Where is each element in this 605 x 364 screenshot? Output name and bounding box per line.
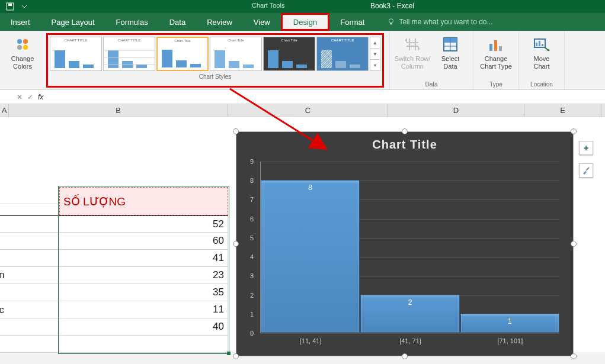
embedded-chart[interactable]: Chart Title 01234567898[11, 41]2[41, 71]… — [236, 131, 574, 356]
chart-resize-handle[interactable] — [571, 353, 577, 359]
cell-b-row1[interactable]: 52 — [59, 215, 228, 233]
cell-b-row2[interactable]: 60 — [59, 233, 228, 250]
tab-data[interactable]: Data — [159, 13, 196, 31]
y-tick-label: 9 — [250, 158, 254, 165]
cell-b-row8[interactable] — [59, 336, 228, 353]
formula-input[interactable] — [48, 91, 605, 103]
gallery-scroll-down-icon[interactable]: ▼ — [370, 49, 380, 60]
cell-a-row7[interactable]: t ba rọi — [0, 318, 59, 336]
move-chart-icon — [533, 36, 550, 53]
tab-view[interactable]: View — [243, 13, 281, 31]
tab-insert[interactable]: Insert — [0, 13, 41, 31]
contextual-tab-group-label: Chart Tools — [252, 2, 284, 9]
svg-rect-25 — [296, 65, 307, 68]
fx-icon[interactable]: fx — [38, 93, 43, 101]
gallery-scroll-up-icon[interactable]: ▲ — [370, 37, 380, 49]
chart-bar[interactable]: 8 — [261, 180, 360, 333]
tab-formulas[interactable]: Formulas — [105, 13, 159, 31]
change-chart-type-button[interactable]: Change Chart Type — [477, 33, 515, 70]
bar-data-label: 2 — [361, 298, 459, 307]
chart-styles-highlight-box: CHART TITLE CHART TITLE Chart Title Char… — [46, 33, 384, 88]
switch-row-col-icon — [404, 36, 421, 53]
x-tick-label: [71, 101] — [460, 337, 560, 344]
cell-a-row4[interactable]: a DALAT n — [0, 267, 59, 284]
cell-a-row1[interactable]: ờng gà — [0, 215, 59, 233]
palette-icon — [14, 36, 31, 53]
svg-rect-40 — [542, 44, 543, 46]
cell-b-row7[interactable]: 40 — [59, 318, 228, 336]
svg-rect-35 — [494, 40, 497, 51]
select-data-icon — [441, 36, 459, 53]
y-tick-label: 5 — [250, 234, 254, 241]
chart-style-6[interactable]: CHART TITLE — [316, 37, 369, 71]
svg-rect-21 — [229, 61, 239, 68]
cell-a-row3[interactable]: basa (1kg — [0, 250, 59, 267]
ribbon-tab-row: Insert Page Layout Formulas Data Review … — [0, 13, 605, 31]
svg-point-6 — [17, 45, 22, 50]
chart-style-2[interactable]: CHART TITLE — [103, 37, 155, 71]
cell-a-row5[interactable]: ly Omach — [0, 284, 59, 301]
chart-resize-handle[interactable] — [402, 353, 408, 359]
chart-elements-plus-button[interactable]: + — [579, 141, 593, 155]
svg-rect-3 — [390, 23, 393, 25]
formula-enter-icon[interactable]: ✓ — [27, 93, 33, 101]
svg-rect-17 — [162, 50, 172, 67]
tab-page-layout[interactable]: Page Layout — [41, 13, 105, 31]
col-header-B[interactable]: B — [9, 104, 228, 117]
col-header-A[interactable]: A — [0, 104, 9, 117]
change-colors-label: Change Colors — [11, 55, 34, 70]
chart-resize-handle[interactable] — [233, 353, 239, 359]
cell-partial[interactable]: g — [0, 187, 59, 204]
qat-dropdown-icon[interactable] — [20, 2, 28, 11]
tell-me-search[interactable]: Tell me what you want to do... — [387, 13, 492, 31]
svg-rect-20 — [215, 50, 225, 68]
svg-rect-9 — [69, 61, 79, 68]
chart-bar[interactable]: 2 — [360, 295, 459, 333]
chart-bar[interactable]: 1 — [460, 314, 559, 333]
chart-style-5[interactable]: Chart Title — [263, 37, 315, 71]
chart-title[interactable]: Chart Title — [245, 138, 564, 152]
move-chart-button[interactable]: Move Chart — [523, 33, 561, 70]
svg-rect-39 — [539, 41, 540, 46]
x-tick-label: [41, 71] — [360, 337, 460, 344]
col-header-C[interactable]: C — [228, 104, 388, 117]
select-data-button[interactable]: Select Data — [431, 33, 469, 70]
qat-save-icon[interactable] — [6, 2, 14, 11]
svg-rect-29 — [350, 65, 360, 68]
chart-resize-handle[interactable] — [233, 241, 239, 247]
tab-review[interactable]: Review — [196, 13, 243, 31]
cell-a-row8[interactable]: DALAT n — [0, 336, 59, 353]
cell-b-row4[interactable]: 23 — [59, 267, 228, 284]
chart-resize-handle[interactable] — [402, 128, 408, 134]
y-tick-label: 2 — [250, 292, 254, 299]
ribbon: Change Colors CHART TITLE CHART TITLE Ch… — [0, 31, 605, 90]
svg-rect-27 — [321, 50, 332, 68]
chart-styles-brush-button[interactable] — [579, 163, 593, 178]
chart-plot-area[interactable]: 01234567898[11, 41]2[41, 71]1[71, 101] — [260, 162, 559, 333]
chart-resize-handle[interactable] — [233, 128, 239, 134]
formula-cancel-icon[interactable]: ✕ — [17, 93, 23, 101]
chart-style-gallery-expand[interactable]: ▲ ▼ ▾ — [370, 37, 380, 71]
bar-data-label: 1 — [461, 317, 559, 326]
tab-design[interactable]: Design — [281, 13, 329, 31]
cell-a-row6[interactable]: c xích Đức — [0, 301, 59, 318]
chart-style-3[interactable]: Chart Title — [156, 37, 209, 71]
tab-format[interactable]: Format — [329, 13, 375, 31]
lightbulb-icon — [387, 18, 395, 26]
chart-style-4[interactable]: Chart Title — [210, 37, 262, 71]
cell-b-row6[interactable]: 11 — [59, 301, 228, 318]
cell-a-row2[interactable]: t ba rọi — [0, 233, 59, 250]
title-bar: Chart Tools Book3 - Excel — [0, 0, 605, 13]
cell-header-quantity[interactable]: SỐ LƯỢNG — [59, 187, 228, 215]
chart-resize-handle[interactable] — [571, 128, 577, 134]
change-colors-button[interactable]: Change Colors — [4, 33, 41, 70]
col-header-E[interactable]: E — [524, 104, 601, 117]
chart-style-1[interactable]: CHART TITLE — [50, 37, 102, 71]
col-header-D[interactable]: D — [388, 104, 524, 117]
cell-b-row3[interactable]: 41 — [59, 250, 228, 267]
data-group-label: Data — [425, 81, 437, 89]
bar-data-label: 8 — [261, 183, 359, 192]
chart-resize-handle[interactable] — [571, 241, 577, 247]
gallery-dropdown-icon[interactable]: ▾ — [370, 60, 380, 70]
cell-b-row5[interactable]: 35 — [59, 284, 228, 301]
